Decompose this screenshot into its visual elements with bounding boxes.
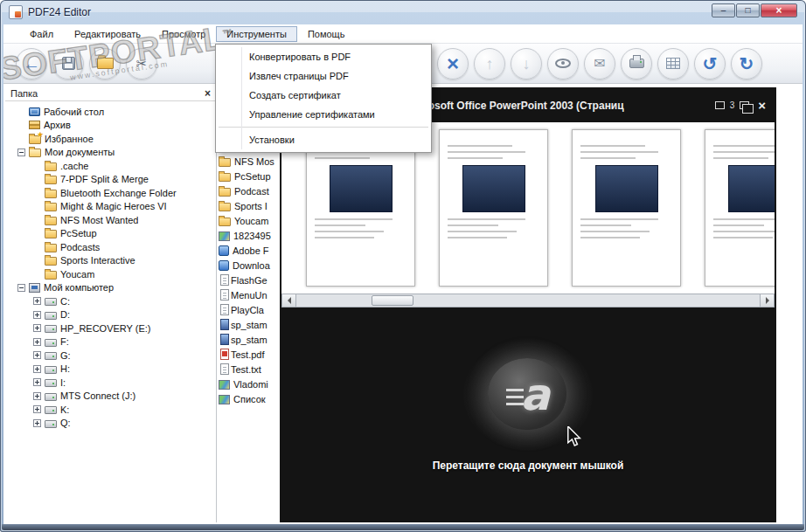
back-button[interactable]: ← (16, 48, 47, 79)
multi-page-view-icon[interactable] (740, 101, 749, 109)
tree-item[interactable]: Q: (5, 417, 215, 431)
thumbnail-content (448, 218, 525, 220)
file-item[interactable]: sp_stam (219, 317, 278, 332)
file-item[interactable]: Test.txt (219, 362, 278, 377)
tree-item[interactable]: Мои документы (5, 146, 215, 160)
menu-item-file[interactable]: Файл (19, 26, 64, 42)
page-thumbnail[interactable] (439, 129, 548, 287)
tree-item[interactable]: Podcasts (5, 240, 215, 254)
tree-item[interactable]: C: (5, 294, 215, 308)
tree-item[interactable]: G: (5, 349, 215, 363)
file-item[interactable]: PcSetup (219, 169, 278, 183)
tools-menu-item[interactable]: Конвертировать в PDF (216, 47, 431, 66)
title-bar[interactable]: PDF24 Editor – □ × (0, 0, 806, 24)
tree-item[interactable]: MTS Connect (J:) (5, 390, 215, 404)
print-button[interactable] (621, 48, 652, 79)
file-item[interactable]: Youcam (219, 213, 278, 228)
file-item[interactable]: Vladomi (219, 377, 278, 391)
document-close-button[interactable]: × (758, 99, 766, 112)
tree-item[interactable]: H: (5, 363, 215, 377)
email-button[interactable]: ✉ (584, 48, 615, 79)
menu-item-view[interactable]: Просмотр (151, 26, 216, 42)
file-item[interactable]: Список (219, 391, 278, 406)
tree-item[interactable]: K: (5, 403, 215, 417)
menu-item-help[interactable]: Помощь (297, 26, 356, 42)
expand-icon[interactable] (33, 311, 41, 319)
file-item[interactable]: FlashGe (219, 273, 278, 287)
preview-button[interactable] (547, 48, 579, 79)
file-item[interactable]: sp_stam (219, 332, 278, 347)
expand-icon[interactable] (33, 338, 41, 346)
expand-icon[interactable] (33, 419, 41, 427)
tree-item[interactable]: Might & Magic Heroes VI (5, 200, 215, 214)
page-up-button[interactable]: ↑ (474, 48, 505, 79)
scrollbar-thumb[interactable] (372, 295, 413, 306)
drop-area[interactable]: a Перетащите сюда документ мышкой (280, 307, 776, 522)
maximize-button[interactable]: □ (736, 3, 760, 17)
tree-item[interactable]: Youcam (5, 267, 215, 281)
rotate-right-button[interactable]: ↻ (731, 48, 762, 79)
page-thumbnail[interactable] (306, 129, 415, 287)
drive-icon (45, 406, 57, 414)
tools-menu-item[interactable]: Управление сертификатами (216, 105, 431, 124)
file-item[interactable]: MenuUn (219, 287, 278, 302)
tree-item[interactable]: NFS Most Wanted (5, 213, 215, 227)
tree-item[interactable]: Bluetooth Exchange Folder (5, 186, 215, 200)
tree-item[interactable]: F: (5, 335, 215, 349)
file-item[interactable]: Adobe F (219, 243, 278, 258)
tree-item[interactable]: HP_RECOVERY (E:) (5, 321, 215, 335)
cut-button[interactable]: ✂ (126, 48, 157, 79)
menu-item-tools[interactable]: Инструменты (216, 26, 297, 42)
tree-item[interactable]: Рабочий стол (5, 105, 215, 119)
page-thumbnail[interactable] (705, 129, 775, 287)
tools-menu-item[interactable]: Извлеч страницы PDF (216, 66, 431, 86)
tree-item[interactable]: D: (5, 308, 215, 322)
expand-icon[interactable] (33, 405, 41, 413)
close-document-button[interactable]: × (437, 48, 469, 79)
menu-item-edit[interactable]: Редактировать (64, 26, 151, 42)
tree-item[interactable]: Мой компьютер (5, 281, 215, 295)
tree-item-label: Избранное (45, 134, 94, 144)
scroll-left-button[interactable] (282, 294, 296, 307)
thumbnail-content (713, 218, 775, 220)
scroll-right-button[interactable] (760, 294, 774, 307)
scrollbar-track[interactable] (296, 294, 760, 307)
expand-icon[interactable] (33, 324, 41, 332)
folder-panel-close-button[interactable]: × (205, 88, 211, 99)
file-item[interactable]: Podcast (219, 183, 278, 198)
page-overview-button[interactable] (657, 48, 689, 79)
tree-item[interactable]: I: (5, 376, 215, 390)
rotate-left-button[interactable]: ↺ (694, 48, 726, 79)
tree-item[interactable]: 7-PDF Split & Merge (5, 173, 215, 187)
file-item[interactable]: 1823495 (219, 228, 278, 243)
page-down-button[interactable]: ↓ (511, 48, 542, 79)
expand-icon[interactable] (33, 392, 41, 400)
close-button[interactable]: × (761, 3, 797, 17)
file-item[interactable]: Test.pdf (219, 347, 278, 362)
file-item[interactable]: PlayCla (219, 302, 278, 317)
page-thumbnail[interactable] (572, 129, 681, 287)
expand-icon[interactable] (33, 378, 41, 386)
tools-menu-item-settings[interactable]: Установки (216, 130, 431, 149)
tools-menu-item[interactable]: Создать сертификат (216, 86, 431, 105)
expand-icon[interactable] (33, 365, 41, 373)
tree-item[interactable]: Sports Interactive (5, 254, 215, 268)
save-button[interactable] (52, 48, 84, 79)
file-item[interactable]: Downloa (219, 258, 278, 273)
tree-item[interactable]: Избранное (5, 132, 215, 146)
tree-item[interactable]: PcSetup (5, 227, 215, 241)
tree-item[interactable]: Архив (5, 119, 215, 133)
minimize-button[interactable]: – (712, 3, 735, 17)
thumbnail-content (448, 145, 512, 147)
preview-hscrollbar[interactable] (281, 294, 775, 307)
tree-item[interactable]: .cache (5, 159, 215, 173)
expand-icon[interactable] (33, 297, 41, 305)
file-item[interactable]: NFS Mos (219, 154, 278, 169)
open-folder-button[interactable] (89, 48, 121, 79)
thumbnail-content (448, 237, 507, 238)
expand-icon[interactable] (33, 351, 41, 359)
collapse-icon[interactable] (17, 284, 25, 292)
collapse-icon[interactable] (17, 149, 25, 156)
single-page-view-icon[interactable] (715, 101, 725, 109)
file-item[interactable]: Sports I (219, 198, 278, 213)
